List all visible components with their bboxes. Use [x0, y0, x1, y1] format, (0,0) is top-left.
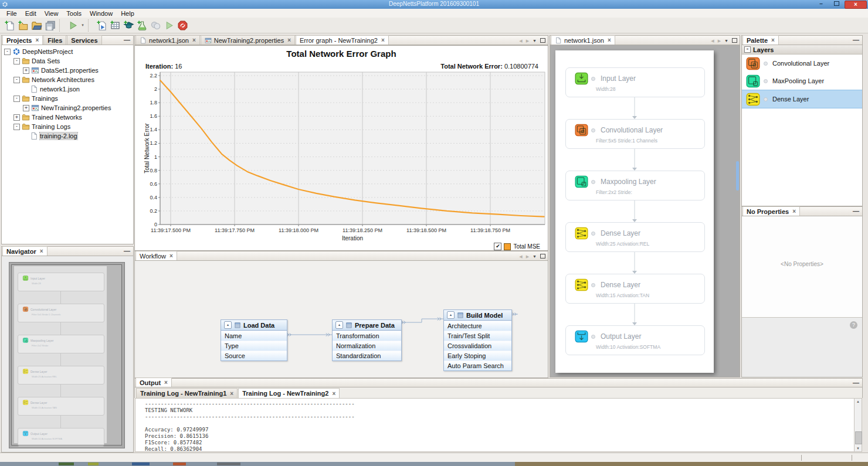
workflow-row[interactable]: Type — [221, 341, 287, 351]
close-tab-icon[interactable]: × — [287, 37, 291, 43]
menu-item-window[interactable]: Window — [86, 10, 117, 17]
close-tab-icon[interactable]: × — [608, 37, 611, 43]
minimize-panel-icon[interactable]: — — [853, 36, 859, 43]
close-window-button[interactable]: × — [845, 1, 867, 9]
minimize-panel-icon[interactable]: — — [124, 247, 130, 254]
panel-navigator[interactable]: Navigator× — [2, 246, 48, 256]
collapse-node-icon[interactable]: ▴ — [335, 321, 343, 329]
workflow-row[interactable]: Normalization — [333, 341, 401, 351]
tree-item[interactable]: -DeepNettsProject — [2, 47, 133, 56]
palette-item-convolutional-layer[interactable]: Convolutional Layer — [742, 55, 862, 72]
menu-item-file[interactable]: File — [2, 10, 21, 17]
projects-services[interactable]: Services — [67, 35, 101, 45]
new-network-icon[interactable] — [108, 19, 122, 32]
layer-card-maxpooling-layer[interactable]: Maxpooling LayerFilter:2x2 Stride: — [565, 171, 705, 200]
debug-icon[interactable] — [149, 19, 162, 32]
workflow-row[interactable]: Transformation — [333, 331, 401, 341]
scrollbar-thumb[interactable] — [855, 431, 862, 444]
tree-expander-icon[interactable]: + — [13, 114, 20, 121]
tree-expander-icon[interactable]: - — [13, 58, 20, 64]
workflow-row[interactable]: Architecture — [444, 321, 511, 331]
workflow-node-load-data[interactable]: ▴Load DataNameTypeSource — [221, 319, 287, 361]
layer-card-dense-layer[interactable]: Dense LayerWidth:15 Activation:TAN — [565, 274, 705, 304]
navigator-scene[interactable]: Input LayerWidth:28Convolutional LayerFi… — [9, 262, 125, 448]
palette-group-header[interactable]: - Layers — [742, 45, 862, 55]
run-project-icon[interactable] — [66, 19, 80, 32]
network-diagram-canvas[interactable]: Input LayerWidth:28Convolutional LayerFi… — [555, 50, 714, 373]
editor-error-graph-newtraining2[interactable]: Error graph - NewTraining2× — [296, 35, 389, 45]
tree-expander-icon[interactable]: - — [13, 77, 20, 83]
editor-network1-json[interactable]: network1.json× — [551, 35, 615, 45]
workflow-row[interactable]: Early Stoping — [444, 351, 511, 360]
tree-item[interactable]: +Trained Networks — [2, 113, 133, 122]
layer-card-dense-layer[interactable]: Dense LayerWidth:25 Activation:REL — [565, 222, 705, 252]
scroll-right-icon[interactable]: ▶ — [526, 254, 529, 259]
minimize-panel-icon[interactable]: — — [853, 379, 859, 386]
scroll-up-icon[interactable]: ▲ — [855, 400, 862, 403]
run-training-icon[interactable] — [162, 19, 176, 32]
workflow-row[interactable]: Standardization — [333, 351, 401, 360]
close-tab-icon[interactable]: × — [792, 208, 796, 215]
tree-item[interactable]: training-2.log — [2, 131, 133, 141]
help-icon[interactable]: ? — [850, 321, 857, 329]
collapse-group-icon[interactable]: - — [744, 46, 751, 53]
panel-palette[interactable]: Palette× — [742, 35, 779, 45]
legend-checkbox[interactable]: ✔ — [494, 243, 501, 250]
maximize-pane-icon[interactable] — [732, 38, 737, 43]
close-tab-icon[interactable]: × — [230, 390, 233, 397]
close-tab-icon[interactable]: × — [169, 253, 173, 259]
navigator-viewport[interactable] — [11, 264, 122, 445]
collapse-node-icon[interactable]: ▴ — [447, 311, 455, 319]
scroll-right-icon[interactable]: ▶ — [718, 39, 721, 43]
collapse-node-icon[interactable]: ▴ — [224, 321, 232, 329]
minimize-panel-icon[interactable]: — — [124, 36, 130, 43]
tree-expander-icon[interactable]: - — [13, 96, 20, 102]
tab-list-dropdown-icon[interactable]: ▼ — [533, 254, 537, 258]
panel-output[interactable]: Output× — [135, 377, 172, 387]
tab-list-dropdown-icon[interactable]: ▼ — [533, 39, 537, 43]
open-project-icon[interactable] — [30, 19, 43, 32]
workflow-row[interactable]: Train/Test Split — [444, 331, 511, 341]
menu-item-view[interactable]: View — [40, 10, 63, 17]
close-tab-icon[interactable]: × — [35, 37, 39, 43]
minimize-window-button[interactable]: – — [814, 1, 828, 8]
workflow-node-build-model[interactable]: ▴Build ModelArchitectureTrain/Test Split… — [443, 309, 512, 371]
tree-item[interactable]: -Data Sets — [2, 56, 133, 66]
new-project-icon[interactable] — [16, 19, 30, 32]
network-scrollbar-thumb[interactable] — [736, 161, 739, 191]
maximize-pane-icon[interactable] — [540, 38, 545, 43]
projects-files[interactable]: Files — [43, 35, 66, 45]
close-tab-icon[interactable]: × — [381, 37, 385, 43]
scroll-right-icon[interactable]: ▶ — [526, 39, 529, 43]
tree-expander-icon[interactable]: + — [23, 105, 29, 111]
tree-expander-icon[interactable]: + — [23, 67, 29, 74]
new-dataset-icon[interactable] — [95, 19, 108, 32]
palette-item-maxpooling-layer[interactable]: MaxPooling Layer — [742, 72, 862, 90]
close-tab-icon[interactable]: × — [40, 248, 43, 254]
maximize-pane-icon[interactable] — [540, 254, 545, 259]
projects-projects[interactable]: Projects× — [2, 35, 43, 45]
log-training-log-newtraining2[interactable]: Training Log - NewTraining2× — [238, 388, 340, 398]
menu-item-edit[interactable]: Edit — [21, 10, 40, 17]
workflow-row[interactable]: Name — [221, 331, 287, 341]
close-tab-icon[interactable]: × — [164, 379, 168, 386]
new-file-icon[interactable] — [3, 19, 16, 32]
scroll-left-icon[interactable]: ◀ — [519, 39, 522, 43]
workflow-node-prepare-data[interactable]: ▴Prepare DataTransformationNormalization… — [332, 319, 402, 361]
tree-item[interactable]: network1.json — [2, 84, 133, 94]
workflow-row[interactable]: Crossvalidation — [444, 341, 511, 351]
panel-no-properties[interactable]: No Properties× — [742, 206, 800, 216]
minimize-panel-icon[interactable]: — — [853, 208, 859, 215]
layer-card-output-layer[interactable]: Output LayerWidth:10 Activation:SOFTMA — [565, 325, 705, 355]
layer-card-input-layer[interactable]: Input LayerWidth:28 — [565, 67, 705, 97]
scroll-left-icon[interactable]: ◀ — [711, 39, 714, 43]
tree-item[interactable]: -Network Architectures — [2, 75, 133, 84]
close-tab-icon[interactable]: × — [332, 390, 335, 397]
editor-network1-json[interactable]: network1.json× — [135, 35, 200, 45]
menu-item-help[interactable]: Help — [117, 10, 138, 17]
panel-workflow[interactable]: Workflow× — [135, 251, 177, 260]
tab-list-dropdown-icon[interactable]: ▼ — [724, 39, 728, 43]
workflow-row[interactable]: Auto Param Search — [444, 360, 511, 370]
layer-card-convolutional-layer[interactable]: Convolutional LayerFilter:5x5 Stride:1 C… — [565, 119, 705, 149]
palette-item-dense-layer[interactable]: Dense Layer — [742, 90, 862, 108]
